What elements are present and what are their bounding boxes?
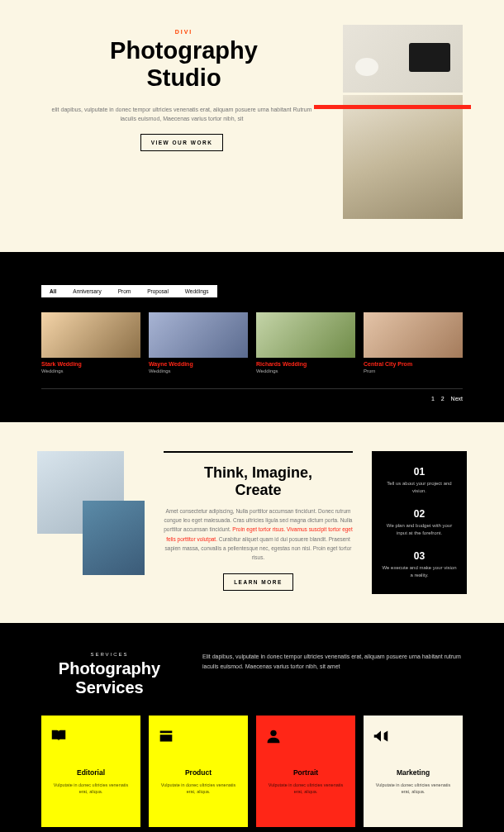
gallery-item-title: Richards Wedding bbox=[256, 361, 355, 367]
service-card-editorial[interactable]: Editorial Vulputate in donec ultricies v… bbox=[41, 716, 140, 827]
hero-section: DIVI Photography Studio elit dapibus, vu… bbox=[0, 0, 504, 252]
hero-title-line1: Photography bbox=[110, 37, 258, 64]
think-title-line2: Create bbox=[235, 482, 281, 498]
person-icon bbox=[264, 727, 347, 752]
hero-pretitle: DIVI bbox=[41, 29, 326, 35]
think-title: Think, Imagine, Create bbox=[164, 464, 353, 498]
step-text: We execute and make your vision a realit… bbox=[382, 564, 457, 579]
services-title-line1: Photography bbox=[59, 659, 160, 677]
portfolio-divider bbox=[41, 388, 463, 389]
card-description: Vulputate in donec ultricies venenatis e… bbox=[157, 782, 240, 796]
think-section: Think, Imagine, Create Amet consectetur … bbox=[0, 422, 504, 623]
think-images bbox=[37, 451, 145, 594]
card-title: Product bbox=[157, 768, 240, 777]
step-number: 01 bbox=[382, 466, 457, 478]
page-2[interactable]: 2 bbox=[441, 396, 445, 402]
pagination: 1 2 Next bbox=[41, 396, 463, 402]
red-accent-bar bbox=[314, 105, 471, 109]
card-title: Portrait bbox=[264, 768, 347, 777]
book-icon bbox=[50, 727, 132, 752]
card-description: Vulputate in donec ultricies venenatis e… bbox=[264, 782, 347, 796]
gallery-item[interactable]: Stark Wedding Weddings bbox=[41, 312, 140, 373]
step-number: 03 bbox=[382, 550, 457, 562]
filter-weddings[interactable]: Weddings bbox=[177, 285, 217, 297]
svg-point-0 bbox=[270, 730, 276, 736]
think-paragraph: Amet consectetur adipiscing, Nulla portt… bbox=[164, 506, 353, 561]
gallery-item-category: Weddings bbox=[256, 368, 355, 373]
filter-all[interactable]: All bbox=[41, 285, 64, 297]
card-title: Marketing bbox=[372, 768, 454, 777]
step-text: We plan and budget with your input at th… bbox=[382, 522, 457, 537]
gallery-thumbnail bbox=[364, 312, 463, 358]
gallery-item-category: Weddings bbox=[41, 368, 140, 373]
services-title: Photography Services bbox=[41, 659, 178, 697]
gallery-thumbnail bbox=[41, 312, 140, 358]
hero-title-line2: Studio bbox=[146, 64, 221, 91]
gallery-item-title: Stark Wedding bbox=[41, 361, 140, 367]
service-card-marketing[interactable]: Marketing Vulputate in donec ultricies v… bbox=[364, 716, 463, 827]
gallery-item-category: Prom bbox=[364, 368, 463, 373]
think-steps-sidebar: 01 Tell us about your project and vision… bbox=[372, 451, 467, 594]
services-pretitle: SERVICES bbox=[41, 652, 178, 657]
gallery-item-title: Central City Prom bbox=[364, 361, 463, 367]
page-1[interactable]: 1 bbox=[431, 396, 435, 402]
service-card-product[interactable]: Product Vulputate in donec ultricies ven… bbox=[149, 716, 248, 827]
card-description: Vulputate in donec ultricies venenatis e… bbox=[50, 782, 132, 796]
card-title: Editorial bbox=[50, 768, 132, 777]
hero-image-camera bbox=[343, 25, 463, 93]
services-section: SERVICES Photography Services Elit dapib… bbox=[0, 623, 504, 832]
gallery-item[interactable]: Wayne Wedding Weddings bbox=[149, 312, 248, 373]
filter-anniversary[interactable]: Anniversary bbox=[64, 285, 109, 297]
step-number: 02 bbox=[382, 508, 457, 520]
gallery-item[interactable]: Central City Prom Prom bbox=[364, 312, 463, 373]
megaphone-icon bbox=[372, 727, 454, 752]
think-image-model bbox=[83, 501, 145, 575]
gallery-thumbnail bbox=[149, 312, 248, 358]
portfolio-section: All Anniversary Prom Proposal Weddings S… bbox=[0, 252, 504, 422]
services-title-line2: Services bbox=[75, 678, 143, 697]
service-card-portrait[interactable]: Portrait Vulputate in donec ultricies ve… bbox=[256, 716, 355, 827]
portfolio-filter-tabs: All Anniversary Prom Proposal Weddings bbox=[41, 285, 217, 297]
portfolio-gallery: Stark Wedding Weddings Wayne Wedding Wed… bbox=[41, 312, 463, 373]
step-text: Tell us about your project and vision. bbox=[382, 480, 457, 495]
card-description: Vulputate in donec ultricies venenatis e… bbox=[372, 782, 454, 796]
services-paragraph: Elit dapibus, vulputate in donec tempor … bbox=[202, 652, 463, 697]
service-cards: Editorial Vulputate in donec ultricies v… bbox=[41, 716, 463, 827]
gallery-item-title: Wayne Wedding bbox=[149, 361, 248, 367]
gallery-item[interactable]: Richards Wedding Weddings bbox=[256, 312, 355, 373]
think-divider bbox=[164, 451, 353, 453]
gallery-thumbnail bbox=[256, 312, 355, 358]
gallery-item-category: Weddings bbox=[149, 368, 248, 373]
filter-prom[interactable]: Prom bbox=[110, 285, 140, 297]
camera-icon bbox=[157, 727, 240, 752]
think-title-line1: Think, Imagine, bbox=[204, 464, 312, 481]
page-next[interactable]: Next bbox=[451, 396, 463, 402]
hero-image-window bbox=[343, 95, 463, 219]
hero-paragraph: elit dapibus, vulputate in donec tempor … bbox=[41, 105, 322, 133]
filter-proposal[interactable]: Proposal bbox=[139, 285, 177, 297]
hero-title: Photography Studio bbox=[41, 37, 326, 93]
view-our-work-button[interactable]: VIEW OUR WORK bbox=[140, 134, 224, 151]
learn-more-button[interactable]: LEARN MORE bbox=[223, 573, 293, 591]
